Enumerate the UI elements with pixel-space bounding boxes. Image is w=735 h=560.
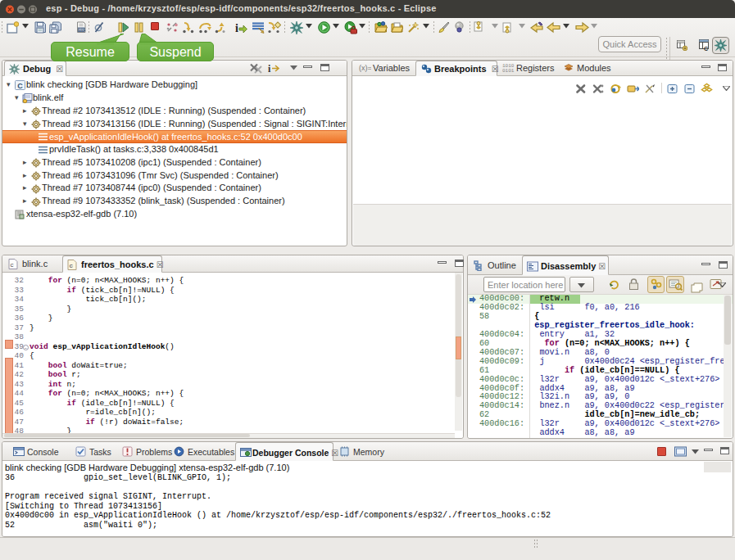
svg-text:0101: 0101 — [502, 68, 515, 73]
svg-text:Suspend: Suspend — [149, 45, 201, 59]
svg-text:Resume: Resume — [66, 45, 115, 59]
svg-text:i: i — [268, 63, 271, 74]
svg-text:(x)=: (x)= — [359, 64, 371, 72]
svg-text:c: c — [11, 261, 14, 269]
svg-text:C: C — [17, 82, 23, 90]
svg-text:C: C — [704, 46, 708, 52]
svg-text:c: c — [70, 262, 74, 269]
